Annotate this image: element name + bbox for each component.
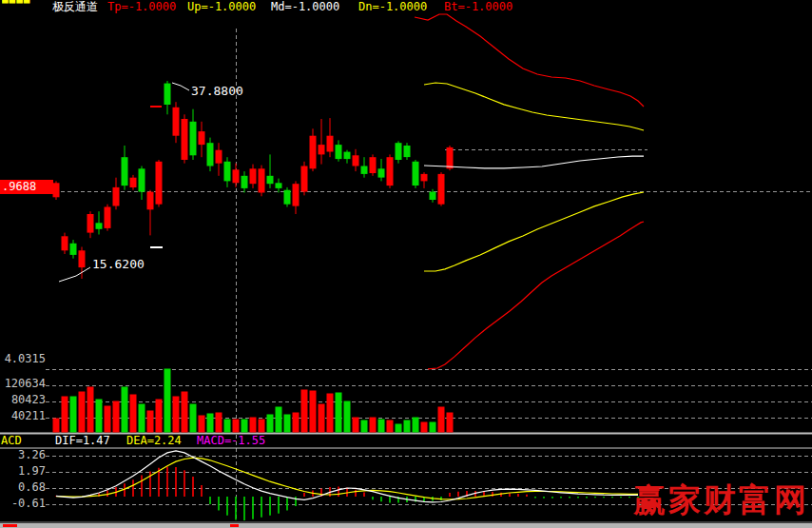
candle-body	[105, 207, 111, 228]
volume-bar	[378, 420, 385, 433]
candle-body	[87, 214, 94, 233]
candle-body	[404, 146, 411, 157]
volume-bar	[284, 415, 291, 433]
volume-bar	[336, 393, 342, 433]
candle-body	[79, 250, 86, 267]
candle-body	[242, 176, 248, 188]
volume-bar	[147, 411, 154, 433]
candle-body	[301, 166, 308, 192]
candle-body	[310, 136, 317, 169]
candle-body	[199, 131, 205, 145]
volume-bar	[199, 416, 205, 433]
volume-bar	[404, 420, 411, 433]
volume-bar	[344, 401, 351, 433]
volume-bar	[96, 400, 103, 433]
volume-bar	[53, 419, 60, 433]
candle-body	[430, 192, 436, 200]
candle-body	[156, 162, 163, 205]
candle-body	[139, 168, 145, 191]
volume-bar	[259, 420, 265, 433]
volume-bar	[173, 397, 180, 433]
candle-body	[259, 168, 265, 192]
low-annotation-pointer	[59, 267, 90, 282]
volume-bar	[105, 406, 111, 433]
macd-axis-label-neg-0-61: -0.61	[0, 498, 46, 510]
candle-body	[96, 223, 103, 229]
candle-body	[353, 155, 359, 166]
candle-body	[267, 176, 274, 184]
volume-bar	[438, 407, 445, 433]
volume-bar	[70, 397, 77, 433]
volume-bar	[301, 390, 308, 433]
candle-body	[413, 162, 419, 186]
volume-bar	[216, 413, 222, 433]
candle-body	[122, 157, 128, 186]
bottom-left-red-marker	[3, 524, 17, 527]
volume-bar	[276, 407, 282, 433]
volume-bar	[79, 392, 86, 433]
volume-bar	[190, 404, 197, 433]
macd-axis-label-0-68: 0.68	[0, 481, 46, 494]
candle-body	[130, 178, 137, 187]
candle-body	[396, 143, 402, 160]
candle-body	[361, 166, 368, 174]
stock-chart-window: ■■■■ 极反通道 Tp=-1.0000Up=-1.0000Md=-1.0000…	[0, 0, 812, 528]
volume-bar	[421, 422, 428, 433]
volume-bar	[242, 420, 248, 433]
candle-body	[164, 84, 171, 105]
volume-bar	[182, 392, 188, 433]
volume-bar	[327, 394, 334, 433]
macd-dif-value: DIF=1.47	[55, 435, 110, 447]
volume-axis-label-40211: 40211	[0, 410, 46, 422]
candle-body	[344, 152, 351, 160]
candle-body	[250, 168, 257, 184]
volume-bar	[122, 387, 128, 433]
bottom-center-red-marker	[230, 524, 239, 527]
volume-bar	[413, 418, 419, 433]
macd-axis-label-1-97: 1.97	[0, 465, 46, 478]
candle-body	[276, 183, 282, 188]
low-price-annotation: 15.6200	[92, 258, 145, 271]
volume-bar	[233, 420, 240, 433]
current-price-tag: .9688	[0, 180, 53, 194]
volume-bar	[396, 424, 402, 433]
candle-body	[378, 168, 385, 177]
volume-bar	[139, 404, 145, 433]
volume-bar	[361, 420, 368, 433]
candle-body	[336, 145, 342, 159]
bottom-statusbar[interactable]	[0, 523, 812, 528]
macd-axis-label-3-26: 3.26	[0, 449, 46, 461]
channel-line-tp	[415, 14, 644, 107]
watermark-text: 赢家财富网	[633, 479, 809, 520]
candle-body	[113, 187, 120, 206]
volume-bar	[87, 387, 94, 433]
volume-bar	[156, 400, 163, 433]
volume-bar	[113, 401, 120, 433]
volume-bar	[430, 422, 436, 433]
volume-bar	[319, 404, 325, 433]
high-annotation-pointer	[172, 83, 189, 90]
volume-bar	[387, 420, 394, 433]
volume-bar	[207, 414, 214, 433]
volume-bar	[370, 418, 377, 433]
candle-body	[447, 147, 454, 168]
price-axis-bottom-label: 4.0315	[0, 353, 46, 365]
macd-dea-value: DEA=2.24	[126, 435, 182, 447]
volume-bar	[293, 413, 300, 433]
high-price-annotation: 37.8800	[191, 85, 243, 98]
macd-indicator-label: ACD	[1, 435, 22, 447]
candle-body	[147, 192, 154, 210]
volume-bar	[224, 420, 231, 433]
channel-line-dn	[424, 192, 644, 271]
volume-axis-label-80423: 80423	[0, 394, 46, 406]
candle-body	[421, 174, 428, 182]
volume-bar	[130, 395, 137, 433]
volume-bar	[62, 397, 68, 433]
candle-body	[70, 244, 77, 255]
dea-line	[56, 458, 638, 499]
volume-bar	[353, 418, 359, 433]
candle-body	[182, 119, 188, 160]
candle-body	[53, 183, 60, 197]
volume-bar	[447, 413, 454, 433]
macd-macd-value: MACD=-1.55	[197, 435, 265, 447]
